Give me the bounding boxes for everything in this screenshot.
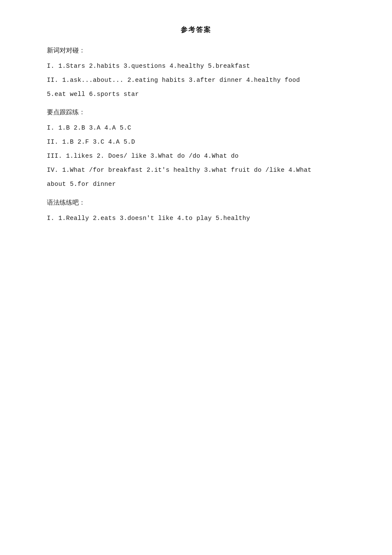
page-container: 参考答案 新词对对碰： I. 1.Stars 2.habits 3.questi… <box>47 26 345 224</box>
section-yaodian: 要点跟踪练： I. 1.B 2.B 3.A 4.A 5.C II. 1.B 2.… <box>47 108 345 190</box>
section-yaodian-line-2: II. 1.B 2.F 3.C 4.A 5.D <box>47 136 345 148</box>
section-yaodian-heading: 要点跟踪练： <box>47 108 345 116</box>
section-yaodian-line-5: about 5.for dinner <box>47 179 345 190</box>
section-yaodian-line-3: III. 1.likes 2. Does/ like 3.What do /do… <box>47 150 345 162</box>
section-xinci-line-3: 5.eat well 6.sports star <box>47 89 345 100</box>
section-yaodian-line-1: I. 1.B 2.B 3.A 4.A 5.C <box>47 122 345 134</box>
section-yaodian-line-4: IV. 1.What /for breakfast 2.it's healthy… <box>47 165 345 176</box>
section-yufa-line-1: I. 1.Really 2.eats 3.doesn't like 4.to p… <box>47 213 345 224</box>
section-xinci-line-2: II. 1.ask...about... 2.eating habits 3.a… <box>47 75 345 86</box>
section-yufa: 语法练练吧： I. 1.Really 2.eats 3.doesn't like… <box>47 199 345 224</box>
section-xinci-heading: 新词对对碰： <box>47 46 345 55</box>
section-yufa-heading: 语法练练吧： <box>47 199 345 207</box>
section-xinci: 新词对对碰： I. 1.Stars 2.habits 3.questions 4… <box>47 46 345 100</box>
section-xinci-line-1: I. 1.Stars 2.habits 3.questions 4.health… <box>47 61 345 72</box>
page-title: 参考答案 <box>47 26 345 35</box>
